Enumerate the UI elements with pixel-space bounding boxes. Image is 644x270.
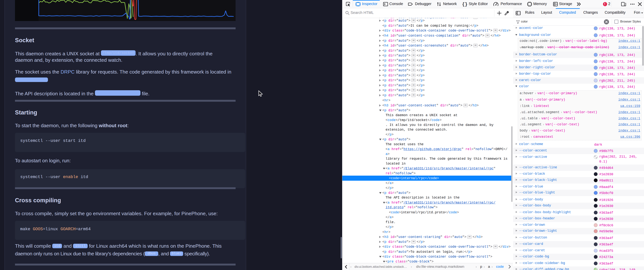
svg-text:{}: {} <box>462 2 468 7</box>
